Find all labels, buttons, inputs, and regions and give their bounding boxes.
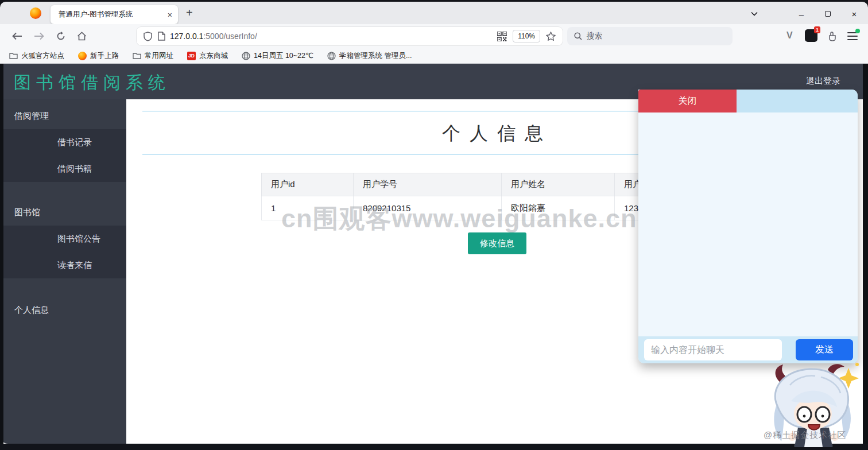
sidebar-submenu: 借书记录 借阅书籍 xyxy=(0,129,126,182)
sidebar-nav: 借阅管理 借书记录 借阅书籍 图书馆 图书馆公告 读者来信 个人信息 xyxy=(0,99,126,444)
firefox-view-icon[interactable] xyxy=(30,7,41,19)
folder-icon xyxy=(133,52,141,59)
bookmark-jd[interactable]: JD 京东商城 xyxy=(187,51,228,61)
extension-badge: 1 xyxy=(814,26,820,33)
chat-close-button[interactable]: 关闭 xyxy=(638,90,737,113)
back-icon[interactable] xyxy=(10,29,24,43)
site-watermark: cn围观客www.weiguanke.cn xyxy=(281,201,637,236)
tab-list-chevron-icon[interactable] xyxy=(744,5,765,22)
site-brand[interactable]: 图书馆借阅系统 xyxy=(14,71,170,95)
chat-input[interactable] xyxy=(644,339,782,360)
sidebar-item-borrow-management[interactable]: 借阅管理 xyxy=(0,103,126,129)
chat-input-bar: 发送 xyxy=(638,336,858,363)
search-field[interactable]: 搜索 xyxy=(567,27,733,45)
mascot-image: @稀土掘金技术社区 xyxy=(764,360,862,450)
col-student-no: 用户学号 xyxy=(354,173,502,196)
page-left-edge xyxy=(0,64,3,450)
search-icon xyxy=(574,32,582,40)
col-user-name: 用户姓名 xyxy=(502,173,615,196)
maximize-icon xyxy=(825,11,831,17)
globe-icon xyxy=(242,52,250,60)
tab-close-icon[interactable]: × xyxy=(168,10,172,20)
url-text: 127.0.0.1:5000/userInfo/ xyxy=(170,32,257,41)
mascot-credit-watermark: @稀土掘金技术社区 xyxy=(764,430,846,441)
menu-icon[interactable] xyxy=(847,32,858,40)
logout-link[interactable]: 退出登录 xyxy=(806,76,840,87)
v-extension-icon[interactable]: V xyxy=(786,30,793,41)
page-bottom-edge xyxy=(0,444,868,450)
col-user-id: 用户id xyxy=(262,173,354,196)
tab-title: 普通用户-图书管理系统 xyxy=(59,10,163,20)
url-path: :5000/userInfo/ xyxy=(203,32,257,41)
chat-header-tab xyxy=(737,90,858,113)
web-page: 图书馆借阅系统 退出登录 借阅管理 借书记录 借阅书籍 图书馆 图书馆公告 读者… xyxy=(0,64,868,450)
page-right-edge xyxy=(863,64,868,450)
home-icon[interactable] xyxy=(75,29,88,43)
forward-icon[interactable] xyxy=(32,29,46,43)
shield-icon[interactable] xyxy=(144,32,152,41)
browser-tab[interactable]: 普通用户-图书管理系统 × xyxy=(51,5,178,24)
bookmark-common-sites[interactable]: 常用网址 xyxy=(133,51,173,61)
maximize-button[interactable] xyxy=(817,5,838,22)
window-close-button[interactable]: × xyxy=(844,5,865,22)
qr-scan-icon[interactable] xyxy=(497,32,507,41)
globe-icon xyxy=(327,52,336,60)
url-bar[interactable]: 127.0.0.1:5000/userInfo/ 110% xyxy=(137,27,563,45)
url-host: 127.0.0.1 xyxy=(170,32,203,41)
chat-message-area xyxy=(638,113,858,336)
tab-strip: 普通用户-图书管理系统 × + – × xyxy=(0,2,868,24)
bookmark-star-icon[interactable] xyxy=(546,32,556,41)
bookmark-weather[interactable]: 14日周五 10~22℃ xyxy=(242,51,313,61)
bookmarks-bar: 火狐官方站点 新手上路 常用网址 JD 京东商城 14日周五 10~22℃ 学籍… xyxy=(0,48,868,64)
navigation-bar: 127.0.0.1:5000/userInfo/ 110% 搜索 V 1 xyxy=(0,24,868,48)
bookmark-student-system[interactable]: 学籍管理系统 管理员... xyxy=(327,51,412,61)
sidebar-item-library[interactable]: 图书馆 xyxy=(0,199,126,226)
update-dot xyxy=(855,29,860,33)
sidebar-item-reader-letters[interactable]: 读者来信 xyxy=(0,252,126,278)
sidebar-submenu: 图书馆公告 读者来信 xyxy=(0,226,126,278)
jd-icon: JD xyxy=(187,52,196,60)
sidebar-extension-icon[interactable] xyxy=(826,29,839,43)
minimize-button[interactable]: – xyxy=(791,5,812,22)
folder-icon xyxy=(9,52,18,59)
search-placeholder: 搜索 xyxy=(587,31,602,41)
reload-icon[interactable] xyxy=(54,29,68,43)
extension-icon[interactable]: 1 xyxy=(805,29,817,42)
chat-panel: 关闭 发送 xyxy=(638,90,858,363)
browser-window: 普通用户-图书管理系统 × + – × xyxy=(0,0,868,450)
sidebar-item-library-announcements[interactable]: 图书馆公告 xyxy=(0,226,126,252)
sidebar-item-borrow-records[interactable]: 借书记录 xyxy=(0,129,126,156)
new-tab-button[interactable]: + xyxy=(186,6,193,20)
chat-send-button[interactable]: 发送 xyxy=(796,339,853,360)
sidebar-item-personal-info[interactable]: 个人信息 xyxy=(0,297,126,323)
sidebar-item-borrow-books[interactable]: 借阅书籍 xyxy=(0,156,126,182)
zoom-level-button[interactable]: 110% xyxy=(513,30,540,42)
bookmark-firefox-official[interactable]: 火狐官方站点 xyxy=(9,51,64,61)
firefox-icon xyxy=(78,52,87,60)
page-info-icon[interactable] xyxy=(158,32,165,41)
bookmark-getting-started[interactable]: 新手上路 xyxy=(78,51,119,61)
